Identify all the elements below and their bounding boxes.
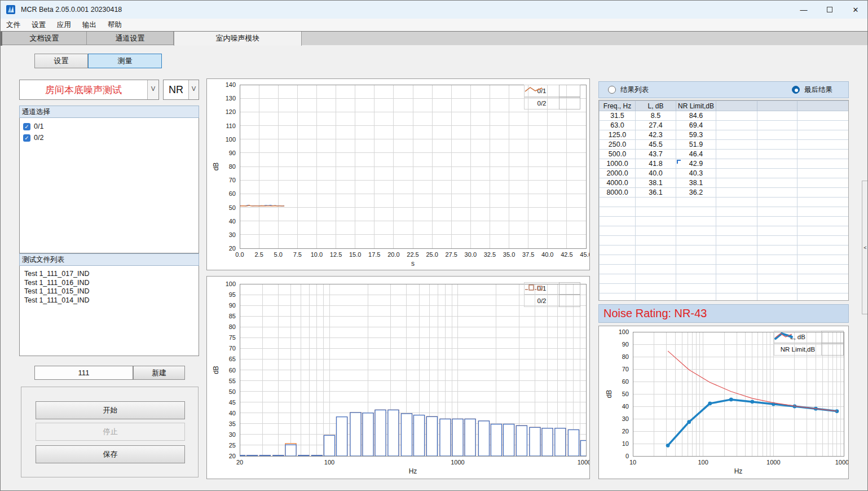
table-row[interactable]: [600, 265, 849, 274]
table-row[interactable]: 8000.036.136.2: [600, 188, 849, 198]
file-list-item[interactable]: Test 1_111_016_IND: [20, 279, 199, 288]
results-table: Freq., HzL, dBNR Limit,dB31.58.584.663.0…: [599, 100, 849, 301]
table-cell: [716, 293, 757, 301]
table-row[interactable]: 4000.038.138.1: [600, 178, 849, 188]
table-cell: [716, 169, 757, 178]
table-cell: [716, 140, 757, 150]
svg-text:60: 60: [229, 190, 236, 197]
noise-rating-value: Noise Rating: NR-43: [603, 307, 707, 320]
table-row[interactable]: 1000.041.842.9: [600, 159, 849, 169]
table-row[interactable]: [600, 284, 849, 293]
table-cell: [757, 293, 797, 301]
table-cell: [716, 188, 757, 198]
save-button[interactable]: 保存: [36, 445, 185, 463]
app-logo-icon: [6, 5, 16, 15]
table-row[interactable]: [600, 274, 849, 284]
table-row[interactable]: [600, 226, 849, 236]
svg-text:110: 110: [226, 122, 236, 129]
table-row[interactable]: 500.043.746.4: [600, 150, 849, 159]
menu-item-apply[interactable]: 应用: [51, 19, 77, 31]
channel-list[interactable]: ✓ 0/1 ✓ 0/2: [19, 118, 199, 253]
table-cell: [797, 255, 849, 265]
svg-text:0.0: 0.0: [235, 251, 244, 258]
table-cell: [716, 226, 757, 236]
results-table-container[interactable]: Freq., HzL, dBNR Limit,dB31.58.584.663.0…: [598, 100, 849, 301]
start-button[interactable]: 开始: [36, 401, 185, 419]
time-chart-legend: 0/1 0/2: [524, 85, 580, 109]
table-row[interactable]: [600, 246, 849, 255]
svg-text:35: 35: [229, 420, 236, 427]
main-tab-strip: 文档设置 通道设置 室内噪声模块: [1, 31, 868, 45]
table-cell: 40.0: [636, 169, 676, 178]
results-list-radio[interactable]: [608, 86, 616, 94]
rating-standard-dropdown-button[interactable]: ᐯ: [188, 80, 199, 99]
svg-text:70: 70: [622, 366, 629, 372]
test-file-list[interactable]: Test 1_111_017_IND Test 1_111_016_IND Te…: [19, 266, 199, 356]
svg-text:45: 45: [229, 399, 236, 406]
table-cell: [716, 246, 757, 255]
svg-text:85: 85: [229, 313, 236, 319]
table-cell: [636, 198, 676, 207]
table-cell: [757, 169, 797, 178]
table-cell: [757, 121, 797, 130]
table-row[interactable]: [600, 198, 849, 207]
menu-item-output[interactable]: 输出: [77, 19, 102, 31]
table-cell: [600, 274, 636, 284]
table-row[interactable]: 2000.040.040.3: [600, 169, 849, 178]
svg-text:70: 70: [229, 177, 236, 183]
table-row[interactable]: [600, 217, 849, 226]
minimize-button[interactable]: —: [791, 1, 817, 19]
table-row[interactable]: 125.042.359.3: [600, 130, 849, 140]
tab-channel-settings[interactable]: 通道设置: [87, 32, 174, 45]
table-row[interactable]: 63.027.469.4: [600, 121, 849, 130]
close-button[interactable]: ✕: [843, 1, 868, 19]
svg-text:32.5: 32.5: [484, 251, 496, 258]
table-row[interactable]: [600, 293, 849, 301]
table-cell: [716, 178, 757, 188]
table-cell: [797, 130, 849, 140]
table-cell: 36.1: [636, 188, 676, 198]
rating-standard-combo[interactable]: NR ᐯ: [163, 80, 199, 100]
channel-item[interactable]: ✓ 0/1: [23, 121, 199, 131]
checkbox-checked-icon[interactable]: ✓: [23, 123, 30, 130]
table-row[interactable]: 31.58.584.6: [600, 111, 849, 121]
subtab-measure[interactable]: 测量: [88, 54, 162, 68]
tab-document-settings[interactable]: 文档设置: [2, 32, 87, 45]
channel-item[interactable]: ✓ 0/2: [23, 133, 199, 143]
last-result-radio-label[interactable]: 最后结果: [804, 85, 832, 95]
table-row[interactable]: [600, 207, 849, 217]
svg-text:100: 100: [226, 280, 236, 287]
table-cell: [797, 274, 849, 284]
test-type-combo[interactable]: 房间本底噪声测试 ᐯ: [19, 80, 159, 100]
file-list-item[interactable]: Test 1_111_014_IND: [20, 296, 199, 305]
maximize-button[interactable]: [817, 1, 843, 19]
line-series-icon: [559, 97, 580, 109]
table-row[interactable]: [600, 255, 849, 265]
file-list-item[interactable]: Test 1_111_017_IND: [20, 270, 199, 279]
table-cell: [636, 236, 676, 246]
table-cell: [716, 236, 757, 246]
tab-indoor-noise-module[interactable]: 室内噪声模块: [174, 32, 302, 46]
subtab-settings[interactable]: 设置: [34, 54, 88, 68]
table-row[interactable]: [600, 236, 849, 246]
svg-text:80: 80: [229, 323, 236, 330]
line-series-icon: [559, 85, 580, 97]
panel-collapse-handle[interactable]: <: [862, 181, 868, 314]
menu-item-file[interactable]: 文件: [1, 19, 26, 31]
table-row[interactable]: 250.045.551.9: [600, 140, 849, 150]
test-type-dropdown-button[interactable]: ᐯ: [147, 80, 158, 99]
app-window: MCR Beta 2.05.0.001 20230418 — ✕ 文件 设置 应…: [0, 0, 868, 491]
file-list-item[interactable]: Test 1_111_015_IND: [20, 287, 199, 296]
table-cell: [757, 198, 797, 207]
checkbox-checked-icon[interactable]: ✓: [23, 134, 30, 142]
menu-item-help[interactable]: 帮助: [102, 19, 127, 31]
last-result-radio[interactable]: [792, 86, 800, 94]
svg-text:12.5: 12.5: [330, 251, 342, 258]
table-cell: [636, 255, 676, 265]
new-button[interactable]: 新建: [133, 366, 185, 380]
results-list-radio-label[interactable]: 结果列表: [620, 85, 649, 95]
test-name-input[interactable]: [34, 366, 133, 380]
svg-text:30: 30: [622, 415, 629, 422]
table-cell: [676, 293, 716, 301]
menu-item-settings[interactable]: 设置: [26, 19, 51, 31]
